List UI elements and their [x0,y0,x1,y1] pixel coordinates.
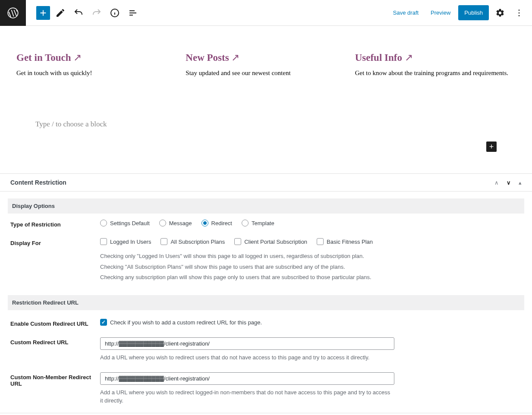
panel-title: Content Restriction [10,179,66,186]
svg-point-3 [519,12,520,13]
breadcrumb-footer: Page [0,413,532,415]
undo-icon[interactable] [71,5,86,21]
editor-toolbar: Save draft Preview Publish [0,0,532,26]
arrow-icon: ↗ [405,52,413,63]
custom-redirect-url-input[interactable] [100,337,394,350]
check-enable-custom-redirect[interactable]: Check if you wish to add a custom redire… [100,319,522,326]
editor-content: Get in Touch ↗ Get in touch with us quic… [0,26,532,173]
add-block-inline-button[interactable]: + [486,141,497,152]
redo-icon [89,5,104,21]
type-of-restriction-label: Type of Restriction [10,220,100,228]
column-useful-info[interactable]: Useful Info ↗ Get to know about the trai… [355,52,516,77]
nonmember-redirect-url-input[interactable] [100,372,394,385]
column-get-in-touch[interactable]: Get in Touch ↗ Get in touch with us quic… [16,52,177,77]
check-client-portal-subscription[interactable]: Client Portal Subscription [234,238,307,245]
restriction-redirect-section: Restriction Redirect URL [8,295,524,310]
display-for-label: Display For [10,238,100,283]
collapse-up-icon[interactable]: ∧ [494,179,499,186]
column-new-posts[interactable]: New Posts ↗ Stay updated and see our new… [186,52,346,77]
display-for-help: Checking only "Logged In Users" will sho… [100,251,522,283]
check-all-subscription-plans[interactable]: All Subscription Plans [161,238,225,245]
display-options-section: Display Options [8,198,524,214]
radio-redirect[interactable]: Redirect [201,220,232,226]
nonmember-redirect-url-label: Custom Non-Member Redirect URL [10,372,100,405]
check-logged-in-users[interactable]: Logged In Users [100,238,151,245]
radio-template[interactable]: Template [242,220,274,226]
block-placeholder[interactable]: Type / to choose a block [16,120,516,129]
expand-down-icon[interactable]: ∨ [507,179,511,186]
publish-button[interactable]: Publish [458,5,489,20]
restriction-type-radios: Settings Default Message Redirect Templa… [100,220,522,226]
save-draft-button[interactable]: Save draft [389,6,423,19]
triangle-up-icon[interactable]: ▴ [519,179,522,186]
preview-button[interactable]: Preview [426,6,455,19]
outline-icon[interactable] [125,5,141,21]
display-for-checks: Logged In Users All Subscription Plans C… [100,238,522,245]
svg-point-4 [519,15,520,16]
add-block-button[interactable] [36,6,50,20]
custom-redirect-url-help: Add a URL where you wish to redirect use… [100,353,394,362]
radio-message[interactable]: Message [159,220,192,226]
content-restriction-panel-header: Content Restriction ∧ ∨ ▴ [0,173,532,192]
more-icon[interactable] [511,5,527,21]
radio-settings-default[interactable]: Settings Default [100,220,150,226]
svg-point-2 [519,9,520,11]
custom-redirect-url-label: Custom Redirect URL [10,337,100,362]
nonmember-redirect-url-help: Add a URL where you wish to redirect log… [100,388,394,405]
arrow-icon: ↗ [231,52,239,63]
arrow-icon: ↗ [73,52,82,63]
enable-custom-redirect-label: Enable Custom Redirect URL [10,319,100,327]
check-basic-fitness-plan[interactable]: Basic Fitness Plan [317,238,373,245]
settings-icon[interactable] [492,5,508,21]
edit-icon[interactable] [53,5,68,21]
info-icon[interactable] [107,5,123,21]
wordpress-logo[interactable] [0,0,26,26]
